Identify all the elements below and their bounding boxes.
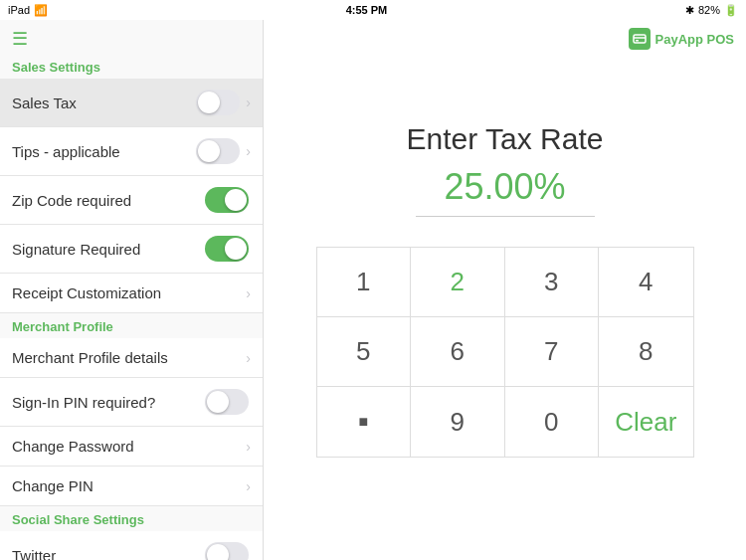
chevron-icon: ›	[246, 439, 251, 455]
sidebar-item-sales-tax[interactable]: Sales Tax ›	[0, 79, 263, 127]
tax-value: 25.00%	[416, 166, 595, 217]
numpad-key-clear[interactable]: Clear	[599, 387, 693, 457]
sidebar-header: ☰	[0, 20, 263, 54]
sidebar-item-twitter[interactable]: Twitter	[0, 531, 263, 560]
numpad-key-1[interactable]: 1	[317, 248, 412, 317]
chevron-icon: ›	[246, 350, 251, 366]
sidebar-item-zip-code[interactable]: Zip Code required	[0, 176, 263, 225]
signature-toggle[interactable]	[205, 236, 249, 262]
tips-label: Tips - applicable	[12, 143, 196, 160]
numpad-key-0[interactable]: 0	[505, 387, 600, 457]
chevron-icon: ›	[246, 143, 251, 159]
section-merchant-profile: Merchant Profile	[0, 313, 263, 338]
sidebar-item-signin-pin[interactable]: Sign-In PIN required?	[0, 378, 263, 427]
payapp-logo-icon	[629, 28, 651, 50]
sales-tax-label: Sales Tax	[12, 94, 196, 111]
svg-rect-0	[634, 35, 646, 43]
svg-rect-2	[636, 40, 639, 42]
main-content: ☰ Sales Settings Sales Tax › Tips - appl…	[0, 20, 746, 560]
toggle-knob	[198, 92, 220, 113]
battery-label: 82%	[698, 4, 720, 16]
wifi-icon: 📶	[34, 4, 48, 17]
zip-code-label: Zip Code required	[12, 192, 205, 209]
tips-toggle[interactable]	[196, 138, 240, 164]
numpad: 1 2 3 4 5 6 7 8 ■ 9 0 Clear	[316, 247, 694, 458]
sales-tax-toggle[interactable]	[196, 90, 240, 115]
numpad-key-9[interactable]: 9	[411, 387, 505, 457]
numpad-key-7[interactable]: 7	[505, 317, 600, 387]
sidebar-item-receipt[interactable]: Receipt Customization ›	[0, 274, 263, 313]
sidebar-item-tips[interactable]: Tips - applicable ›	[0, 127, 263, 176]
numpad-key-2[interactable]: 2	[411, 248, 505, 317]
numpad-key-8[interactable]: 8	[599, 317, 693, 387]
receipt-label: Receipt Customization	[12, 284, 242, 301]
right-panel: PayApp POS Enter Tax Rate 25.00% 1 2 3 4…	[264, 20, 746, 560]
section-social-share: Social Share Settings	[0, 506, 263, 531]
toggle-knob	[225, 189, 247, 211]
hamburger-icon[interactable]: ☰	[12, 28, 28, 50]
status-time: 4:55 PM	[346, 4, 388, 16]
toggle-knob	[207, 391, 229, 413]
numpad-key-4[interactable]: 4	[599, 248, 693, 317]
payapp-logo: PayApp POS	[629, 28, 734, 50]
numpad-key-3[interactable]: 3	[505, 248, 600, 317]
merchant-profile-label: Merchant Profile details	[12, 349, 242, 366]
change-pin-label: Change PIN	[12, 477, 242, 494]
toggle-knob	[225, 238, 247, 260]
zip-code-toggle[interactable]	[205, 187, 249, 213]
toggle-knob	[207, 544, 229, 560]
chevron-icon: ›	[246, 94, 251, 110]
battery-icon: 🔋	[724, 4, 738, 17]
enter-tax-title: Enter Tax Rate	[407, 122, 604, 156]
twitter-label: Twitter	[12, 547, 205, 561]
section-sales-settings: Sales Settings	[0, 54, 263, 79]
change-password-label: Change Password	[12, 438, 242, 455]
status-bar: iPad 📶 4:55 PM ✱ 82% 🔋	[0, 0, 746, 20]
signin-pin-label: Sign-In PIN required?	[12, 394, 205, 411]
status-left: iPad 📶	[8, 4, 48, 17]
numpad-key-6[interactable]: 6	[411, 317, 505, 387]
sidebar: ☰ Sales Settings Sales Tax › Tips - appl…	[0, 20, 264, 560]
twitter-toggle[interactable]	[205, 542, 249, 560]
sidebar-item-signature[interactable]: Signature Required	[0, 225, 263, 274]
status-right: ✱ 82% 🔋	[685, 4, 738, 17]
signature-label: Signature Required	[12, 241, 205, 258]
signin-pin-toggle[interactable]	[205, 389, 249, 415]
chevron-icon: ›	[246, 478, 251, 494]
sidebar-item-change-password[interactable]: Change Password ›	[0, 427, 263, 467]
chevron-icon: ›	[246, 285, 251, 301]
sidebar-item-change-pin[interactable]: Change PIN ›	[0, 467, 263, 506]
ipad-label: iPad	[8, 4, 30, 16]
toggle-knob	[198, 140, 220, 162]
numpad-key-5[interactable]: 5	[317, 317, 412, 387]
numpad-key-dot[interactable]: ■	[317, 387, 412, 457]
payapp-logo-text: PayApp POS	[655, 32, 734, 47]
sidebar-item-merchant-profile[interactable]: Merchant Profile details ›	[0, 338, 263, 378]
bluetooth-icon: ✱	[685, 4, 694, 17]
